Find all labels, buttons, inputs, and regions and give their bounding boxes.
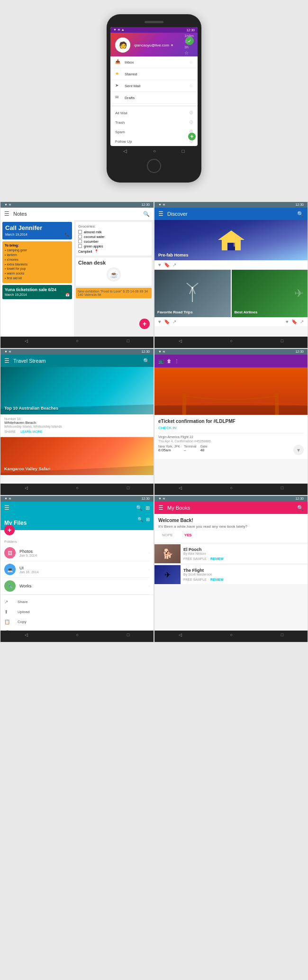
notes-fab[interactable]: +	[139, 319, 150, 329]
phone-screen: ▼ ≋ ▲ 12:30 ✓ 🧑 qiancaoyu@live.com ▾ 1h8…	[110, 27, 198, 146]
travel-nav-recent[interactable]: □	[127, 485, 129, 493]
discover-hero[interactable]: Pre-fab Homes	[154, 220, 308, 260]
notes-nav-recent[interactable]: □	[127, 339, 129, 346]
books-card-2[interactable]: ✈ The Flight By Scott Masterson FREE SAM…	[154, 565, 308, 584]
files-ui-name: UI	[19, 566, 145, 570]
grid2-bookmark-icon[interactable]: 🔖	[291, 319, 297, 324]
note-call-jennifer[interactable]: Call Jennifer March 19,2014 📞	[2, 222, 72, 239]
travel-nav-home[interactable]: ○	[76, 485, 79, 493]
ticket-nav-recent[interactable]: □	[281, 485, 283, 493]
menu-item-inbox[interactable]: 📥 Inbox ☆	[110, 56, 198, 68]
book2-review[interactable]: REVIEW	[210, 578, 224, 581]
ticket-tv-icon[interactable]: 📺	[158, 358, 164, 364]
discover-nav-back[interactable]: ◁	[179, 339, 182, 346]
discover-road-trips[interactable]: Favorite Road Trips	[154, 270, 232, 317]
files-grid-header-icon[interactable]: ⊞	[146, 517, 150, 522]
hero-bookmark-icon[interactable]: 🔖	[164, 262, 170, 267]
ticket-more-icon[interactable]: ⋮	[174, 358, 179, 364]
grid-bookmark-icon[interactable]: 🔖	[164, 319, 170, 324]
ticket-nav-home[interactable]: ○	[230, 485, 233, 493]
travel-hero-2[interactable]: Kangaroo Valley Safari	[0, 437, 154, 475]
travel-hero-1[interactable]: Top 10 Australian Beaches	[0, 367, 154, 414]
ticket-checkin[interactable]: CHECK IN	[158, 426, 304, 430]
grid2-heart-icon[interactable]: ♥	[286, 319, 289, 324]
notes-nav-home[interactable]: ○	[76, 339, 79, 346]
files-grid-icon[interactable]: ⊞	[145, 505, 150, 511]
nav-back[interactable]: ◁	[123, 148, 127, 154]
checkbox-4[interactable]	[78, 244, 82, 248]
new-exhibition-card[interactable]: New exhibition "Food to Love" $ 25 14-06…	[76, 288, 152, 298]
travel-search-icon[interactable]: 🔍	[143, 358, 150, 364]
discover-toolbar: ☰ Discover 🔍	[154, 208, 308, 220]
menu-label-followup[interactable]: Follow Up ⓘ +	[110, 137, 198, 146]
ticket-delete-icon[interactable]: 🗑	[167, 358, 172, 364]
files-nav-recent[interactable]: □	[127, 632, 129, 640]
menu-label-spam[interactable]: Spam ⓘ	[110, 127, 198, 137]
menu-item-starred[interactable]: ★ Starred	[110, 68, 198, 80]
books-search-icon[interactable]: 🔍	[297, 505, 304, 511]
files-item-photos[interactable]: 🖼 Photos Jan 9, 2014 ›	[4, 545, 150, 561]
discover-nav-recent[interactable]: □	[281, 339, 283, 346]
notes-search-icon[interactable]: 🔍	[143, 211, 150, 217]
grid-heart-icon[interactable]: ♥	[158, 319, 161, 324]
hero-heart-icon[interactable]: ♥	[158, 262, 161, 267]
yes-button[interactable]: YES	[181, 531, 196, 539]
books-card-1[interactable]: 🐕 El Pooch By Alex Nelson FREE SAMPLE RE…	[154, 544, 308, 563]
book1-review[interactable]: REVIEW	[210, 557, 224, 560]
windmill-shape	[183, 281, 202, 306]
files-item-works[interactable]: 🔧 Works ›	[4, 578, 150, 595]
travel-learn-more[interactable]: LEARN MORE	[20, 430, 42, 433]
checkbox-1[interactable]	[78, 230, 82, 234]
books-nav-back[interactable]: ◁	[179, 632, 182, 640]
phone-dropdown-icon[interactable]: ▾	[171, 43, 173, 47]
checkbox-3[interactable]	[78, 239, 82, 243]
books-nav-recent[interactable]: □	[281, 632, 283, 640]
books-hamburger-icon[interactable]: ☰	[158, 504, 163, 511]
grocery-card[interactable]: Groceries: almond milk coconut water cuc…	[76, 222, 152, 256]
files-action-upload[interactable]: ⬆ Upload	[4, 607, 150, 617]
notes-nav-back[interactable]: ◁	[25, 339, 28, 346]
files-search-icon[interactable]: 🔍	[136, 505, 143, 511]
discover-airlines[interactable]: ✈ Best Airlines	[232, 270, 308, 317]
travel-hamburger-icon[interactable]: ☰	[4, 357, 9, 364]
note-bring[interactable]: To bring: • camping gear• lantern• s'mor…	[2, 241, 72, 283]
nav-home[interactable]: ○	[153, 148, 156, 154]
notes-title: Notes	[13, 211, 143, 217]
discover-hamburger-icon[interactable]: ☰	[158, 211, 163, 217]
files-action-copy[interactable]: 📋 Copy	[4, 617, 150, 627]
files-fab[interactable]: +	[4, 525, 15, 535]
files-search-header-icon[interactable]: 🔍	[137, 517, 143, 522]
notes-hamburger-icon[interactable]: ☰	[4, 211, 9, 217]
inbox-star[interactable]: ☆	[189, 60, 193, 64]
files-item-ui[interactable]: 💻 UI Jan 18, 2014 ›	[4, 561, 150, 578]
discover-search-icon[interactable]: 🔍	[297, 211, 304, 217]
expand-icon[interactable]: ▼	[293, 445, 304, 455]
menu-label-allmail[interactable]: All Mail ⓘ	[110, 108, 198, 118]
note-ticket[interactable]: Yuna ticketstion sale 6/24 March 19,2014…	[2, 285, 72, 299]
menu-item-drafts[interactable]: ✉ Drafts	[110, 92, 198, 104]
discover-nav-home[interactable]: ○	[230, 339, 233, 346]
fab-button[interactable]: +	[188, 133, 196, 140]
nope-button[interactable]: NOPE	[158, 531, 177, 539]
book1-author: By Alex Nelson	[183, 552, 305, 555]
call-title: Call Jennifer	[5, 225, 69, 231]
grid-share-icon[interactable]: ↗	[172, 319, 176, 324]
files-action-share[interactable]: ↗ Share	[4, 597, 150, 607]
travel-nav-back[interactable]: ◁	[25, 485, 28, 493]
clean-desk-card[interactable]: Clean desk ☕	[76, 257, 152, 286]
ticket-nav-back[interactable]: ◁	[179, 485, 182, 493]
hero-share-icon[interactable]: ↗	[172, 262, 176, 267]
grid2-share-icon[interactable]: ↗	[300, 319, 304, 324]
travel-share[interactable]: SHARE	[4, 430, 16, 433]
files-nav-back[interactable]: ◁	[25, 632, 28, 640]
checkbox-2[interactable]	[78, 235, 82, 238]
notes-toolbar: ☰ Notes 🔍	[0, 208, 154, 220]
nav-recent[interactable]: □	[182, 148, 185, 154]
files-nav-home[interactable]: ○	[76, 632, 79, 640]
books-nav-home[interactable]: ○	[230, 632, 233, 640]
menu-label-trash[interactable]: Trash ⓘ	[110, 118, 198, 127]
ticket-expand[interactable]: ▼	[293, 445, 304, 455]
sent-star[interactable]: ☆	[189, 83, 193, 88]
files-hamburger-icon[interactable]: ☰	[4, 504, 9, 511]
menu-item-sent[interactable]: ➤ Sent Mail ☆	[110, 80, 198, 92]
